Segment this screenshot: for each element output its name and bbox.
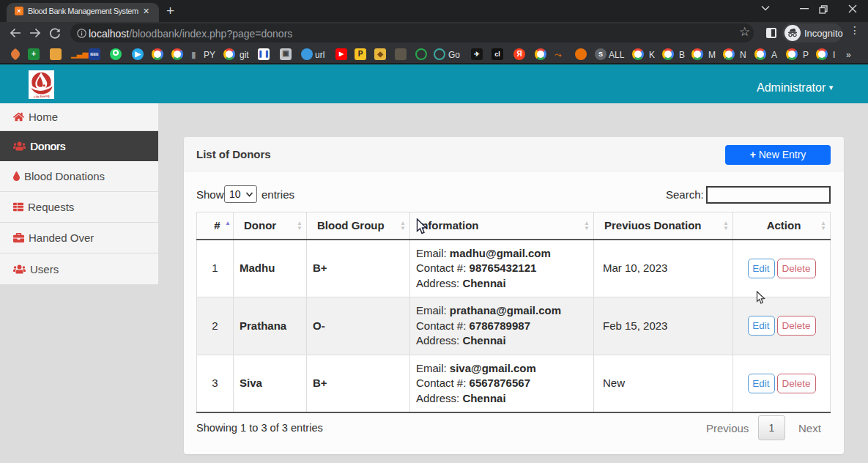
svg-text:Life Saving: Life Saving	[34, 94, 50, 99]
